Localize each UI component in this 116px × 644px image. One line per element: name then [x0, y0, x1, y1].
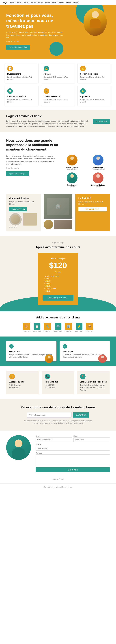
team-cta-button[interactable]: apprendre encore plus — [6, 171, 29, 176]
nav-link-5[interactable]: Page 5 — [38, 2, 43, 4]
form-group-email: Email — [36, 435, 72, 442]
feature-icon-1: 💰 — [44, 66, 49, 71]
feature-card-1: 💰 Finance Sample text. Click to select t… — [41, 63, 75, 83]
feature-text-4: Sample text. Click to select the Text El… — [44, 98, 72, 103]
name-label: Name — [73, 435, 110, 437]
contact-img-credit: Image de: Freepik — [52, 478, 64, 480]
nav-link-1[interactable]: Page 1 — [10, 2, 16, 4]
nav-link-3[interactable]: Page 3 — [24, 2, 29, 4]
contact-form: Email Name Adresse Message S'ABONNER — [36, 435, 110, 472]
feature-icon-2: ⚠️ — [80, 66, 86, 71]
newsletter-subscribe-button[interactable]: S'ABONNER — [73, 412, 89, 418]
team-member-3: Spencer Hudson Directeur — [86, 172, 110, 188]
flexible-text: Logiciel flexible et fiable Lorem ipsum … — [6, 114, 88, 128]
pricing-img-credit: Image de: Freepik — [6, 242, 110, 244]
team-avatar-1 — [93, 155, 103, 166]
newsletter-section: Recevez notre newsletter gratuite + cont… — [0, 399, 116, 430]
pricing-feature-2: • aide 3 — [43, 280, 73, 282]
team-name-3: Spencer Hudson — [86, 184, 110, 186]
nav-link-7[interactable]: Page 7 — [52, 2, 57, 4]
testimonial-card-0: ✓ Nick Parse Sample text. Click to selec… — [6, 341, 56, 361]
pricing-section: Image de: Freepik Après avoir terminé no… — [0, 236, 116, 311]
flexibility-title: La flexibilité — [78, 197, 107, 200]
testimonial-avatar-1 — [98, 354, 107, 363]
center-image-block: 🏢 — [44, 194, 72, 231]
nav-link-10[interactable]: Page 10 — [73, 2, 79, 4]
feature-text-3: Sample text. Click to select the Text El… — [7, 98, 36, 103]
contact-img-credit-row: Image de: Freepik — [0, 477, 116, 484]
client-logo-5: ⚡ COMPANY — [75, 323, 83, 332]
team-right: Adam Johnson vice-président Bob Larsan P… — [60, 155, 110, 188]
pricing-price: $120 — [43, 261, 73, 269]
nav-link-4[interactable]: Page 4 — [31, 2, 36, 4]
team-avatar-0 — [67, 155, 77, 166]
team-img-credit: Image de: Freepik — [6, 167, 56, 169]
about-text-2: The Interior Design Studio Company The C… — [80, 384, 107, 391]
pricing-plan-title: Pour l'équipe — [43, 257, 73, 260]
hero-cta-button[interactable]: apprendre encore plus — [6, 44, 30, 50]
form-row-2: Adresse — [36, 444, 110, 450]
about-icon-2: 📍 — [80, 374, 85, 379]
testimonials-section: ✓ Nick Parse Sample text. Click to selec… — [0, 336, 116, 366]
team-section: Nous accordons une grande importance à l… — [0, 132, 116, 194]
feature-card-0: 📈 Investissement Sample text. Click to s… — [5, 63, 39, 83]
pricing-feature-3: • aide 4 — [43, 283, 73, 284]
nav-link-8[interactable]: Page 8 — [59, 2, 64, 4]
flexible-section: Logiciel flexible et fiable Lorem ipsum … — [0, 110, 116, 132]
pricing-feature-6: • aide 8 — [43, 290, 73, 292]
navbar-links: Page 1 Page 2 Page 3 Page 4 Page 5 Page … — [10, 2, 79, 4]
name-input[interactable] — [73, 438, 110, 442]
client-label-2: COMPANY — [43, 330, 52, 332]
team-member-0: Adam Johnson vice-président — [60, 155, 84, 170]
client-logo-0: 🎨 COMPANY — [23, 323, 31, 332]
nav-link-6[interactable]: Page 6 — [45, 2, 50, 4]
footer-text: Made with ❤ by our team | Terms | Privac… — [43, 486, 73, 488]
nav-link-2[interactable]: Page 2 — [17, 2, 23, 4]
client-label-1: COMPANY — [33, 330, 41, 332]
flexibility-text: Sample text. Click to select the Text El… — [78, 201, 107, 205]
commerce-images — [9, 213, 38, 226]
about-icon-1: 📞 — [45, 374, 50, 379]
pricing-feature-4: • aide 5 — [43, 285, 73, 287]
pricing-feature-1: • aide 2 — [43, 278, 73, 280]
newsletter-form: S'ABONNER — [27, 412, 89, 418]
pricing-card: Pour l'équipe $120 Par mois 10 utilisate… — [38, 253, 78, 305]
newsletter-email-input[interactable] — [27, 412, 72, 418]
contact-submit-button[interactable]: S'ABONNER — [36, 468, 110, 472]
flexible-cta-button[interactable]: En savoir plus — [93, 119, 110, 124]
address-input[interactable] — [36, 446, 110, 450]
pricing-feature-5: • + Rendement — [43, 288, 73, 290]
client-logo-6: 📦 COMPANY — [85, 323, 93, 332]
team-avatar-3 — [93, 172, 103, 183]
clients-section: Voici quelques-uns de nos clients 🎨 COMP… — [0, 311, 116, 336]
commerce-cta-button[interactable]: EN SAVOIR PLUS — [9, 207, 27, 211]
team-role-2: Directeur — [60, 186, 84, 188]
hero-content: Fonctionne pour vous, même lorsque vous … — [6, 13, 63, 50]
testimonial-check-icon-1: ✓ — [63, 344, 67, 348]
message-textarea[interactable] — [36, 454, 110, 465]
form-group-name: Name — [73, 435, 110, 442]
hero-title: Fonctionne pour vous, même lorsque vous … — [6, 13, 63, 29]
testimonial-card-1: ✓ Nina Scave Sample text. Click to selec… — [60, 341, 110, 361]
commerce-section: Commercialisation Sample text. Click to … — [0, 194, 116, 236]
client-logo-2: 🔧 COMPANY — [43, 323, 52, 332]
contact-section: Email Name Adresse Message S'ABONNER — [0, 430, 116, 477]
newsletter-note: Vous serez abonné(e) seulement si vous l… — [24, 420, 92, 424]
client-logo-1: 📋 COMPANY — [33, 323, 41, 332]
navbar: logo Page 1 Page 2 Page 3 Page 4 Page 5 … — [0, 0, 116, 5]
pricing-cta-button[interactable]: Télécharger gratuitement → — [43, 295, 73, 300]
nav-link-9[interactable]: Page 9 — [66, 2, 71, 4]
pricing-features-list: 10 utilisateur inclus • aide 2 • aide 3 … — [43, 275, 73, 292]
team-left: Lorem sit amet consectetur adipiscing el… — [6, 155, 56, 176]
clients-logos: 🎨 COMPANY 📋 COMPANY 🔧 COMPANY ⚙️ COMPANY… — [6, 323, 110, 332]
email-input[interactable] — [36, 438, 72, 442]
about-title-1: Téléphone (fax) — [45, 381, 71, 383]
client-label-0: COMPANY — [23, 330, 31, 332]
hero-img-credit: Image de: Freepik — [6, 40, 63, 42]
footer: Made with ❤ by our team | Terms | Privac… — [0, 484, 116, 490]
flexibility-cta-button[interactable]: EN SAVOIR PLUS — [78, 207, 107, 211]
team-member-1: Bob Larsan Partenaire national — [86, 155, 110, 170]
feature-card-2: ⚠️ Gestion des risques Sample text. Clic… — [77, 63, 111, 83]
flexible-title: Logiciel flexible et fiable — [6, 114, 88, 118]
feature-title-3: Audit & Comptabilité — [7, 96, 36, 98]
